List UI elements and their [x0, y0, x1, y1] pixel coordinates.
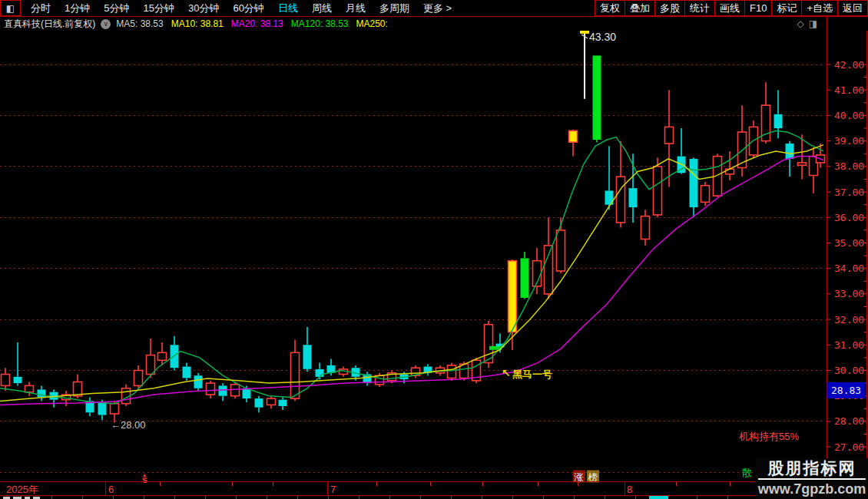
- ma-legend-item-0: MA5: 38.53: [116, 18, 163, 29]
- watermark: 股朋指标网 www.7gpzb.com: [756, 458, 868, 499]
- menu-item-5[interactable]: 60分钟: [226, 2, 270, 15]
- svg-text:散: 散: [741, 467, 752, 478]
- svg-text:30.00: 30.00: [834, 365, 864, 376]
- chevron-down-icon[interactable]: ∨: [101, 19, 111, 29]
- toolbar-button-6[interactable]: 标记: [771, 0, 802, 16]
- svg-text:36.00: 36.00: [834, 212, 864, 223]
- svg-text:39.00: 39.00: [834, 135, 864, 147]
- svg-text:35.00: 35.00: [834, 237, 864, 249]
- current-price-tag: 28.83: [827, 382, 866, 398]
- price-gridlines: [0, 64, 826, 472]
- svg-text:32.00: 32.00: [834, 314, 864, 326]
- menu-item-7[interactable]: 周线: [305, 2, 339, 15]
- ma-legend: MA5: 38.53MA10: 38.81MA20: 38.13MA120: 3…: [116, 18, 396, 29]
- svg-text:s: s: [142, 474, 147, 485]
- svg-text:42.00: 42.00: [834, 59, 864, 71]
- chart-area[interactable]: 42.0041.0040.0039.0038.0037.0036.0035.00…: [0, 31, 868, 499]
- ma-legend-item-2: MA20: 38.13: [231, 18, 283, 29]
- svg-text:33.00: 33.00: [834, 288, 864, 299]
- menu-item-2[interactable]: 5分钟: [97, 2, 136, 15]
- top-menu-bar: ◧ 分时1分钟5分钟15分钟30分钟60分钟日线周线月线多周期更多 > 复权叠加…: [0, 0, 868, 17]
- svg-text:黑马一号: 黑马一号: [512, 368, 552, 380]
- svg-text:←28.00: ←28.00: [111, 419, 146, 431]
- menu-item-6[interactable]: 日线: [271, 2, 305, 15]
- svg-text:43.30: 43.30: [589, 31, 616, 43]
- axis-divider: [827, 17, 827, 31]
- menu-item-0[interactable]: 分时: [24, 2, 58, 15]
- menu-item-4[interactable]: 30分钟: [181, 2, 226, 15]
- toolbar-button-0[interactable]: 复权: [595, 0, 625, 16]
- diamond-icon[interactable]: ◇: [797, 18, 808, 29]
- year-label: 2025年: [6, 484, 38, 495]
- watermark-url: www.7gpzb.com: [756, 480, 868, 498]
- svg-text:38.00: 38.00: [834, 160, 864, 172]
- toolbar-button-3[interactable]: 统计: [684, 0, 715, 16]
- candles-layer: [2, 31, 825, 423]
- date-axis: 2025年678: [0, 482, 868, 499]
- ma-legend-item-1: MA10: 38.81: [171, 18, 224, 29]
- svg-text:28.83: 28.83: [831, 385, 861, 396]
- title-bar: 直真科技(日线.前复权) ∨ MA5: 38.53MA10: 38.81MA20…: [0, 17, 868, 31]
- menu-item-1[interactable]: 1分钟: [58, 2, 97, 15]
- svg-text:34.00: 34.00: [834, 263, 864, 274]
- ma-lines: [0, 131, 823, 405]
- ma-legend-item-3: MA120: 38.53: [291, 18, 349, 29]
- toolbar-button-2[interactable]: 多股: [654, 0, 685, 16]
- period-menu: 分时1分钟5分钟15分钟30分钟60分钟日线周线月线多周期更多 >: [24, 0, 459, 16]
- svg-text:8: 8: [627, 484, 632, 495]
- ma-fast-green: [0, 131, 823, 403]
- svg-text:40.00: 40.00: [834, 110, 864, 121]
- toolbar-button-1[interactable]: 叠加: [624, 0, 655, 16]
- annotations: 43.30←28.00↖黑马一号机构持有55%散▴s涨榜: [111, 31, 799, 485]
- menu-item-3[interactable]: 15分钟: [136, 2, 181, 15]
- svg-text:涨: 涨: [574, 472, 585, 483]
- ma-legend-item-4: MA250:: [356, 18, 388, 29]
- menu-item-10[interactable]: 更多 >: [416, 2, 459, 15]
- svg-text:37.00: 37.00: [834, 187, 864, 198]
- svg-text:7: 7: [330, 484, 336, 495]
- topbar-spacer: [459, 0, 595, 16]
- menu-item-8[interactable]: 月线: [339, 2, 373, 15]
- svg-text:机构持有55%: 机构持有55%: [739, 431, 799, 442]
- stock-title: 直真科技(日线.前复权): [4, 18, 95, 31]
- layout-icon[interactable]: ◧: [0, 0, 21, 16]
- watermark-title: 股朋指标网: [756, 458, 868, 478]
- menu-item-9[interactable]: 多周期: [373, 2, 416, 15]
- panel-split-icon[interactable]: ◨: [809, 18, 822, 29]
- toolbar-button-4[interactable]: 画线: [714, 0, 745, 16]
- candlestick-chart: 42.0041.0040.0039.0038.0037.0036.0035.00…: [0, 31, 868, 499]
- toolbar-button-7[interactable]: +自选: [801, 0, 838, 16]
- price-axis: 42.0041.0040.0039.0038.0037.0036.0035.00…: [827, 31, 867, 495]
- ma-mid-yellow: [0, 145, 823, 402]
- svg-text:↖: ↖: [502, 367, 511, 379]
- svg-text:27.00: 27.00: [834, 441, 864, 453]
- toolbar-button-5[interactable]: F10: [744, 0, 772, 16]
- svg-text:41.00: 41.00: [834, 84, 864, 96]
- toolbar-button-8[interactable]: 返回: [837, 0, 868, 16]
- svg-text:31.00: 31.00: [834, 339, 864, 351]
- toolbar-buttons: 复权叠加多股统计画线F10标记+自选返回: [595, 0, 868, 16]
- svg-text:榜: 榜: [588, 472, 598, 483]
- svg-text:6: 6: [108, 484, 114, 495]
- svg-text:28.00: 28.00: [834, 415, 864, 427]
